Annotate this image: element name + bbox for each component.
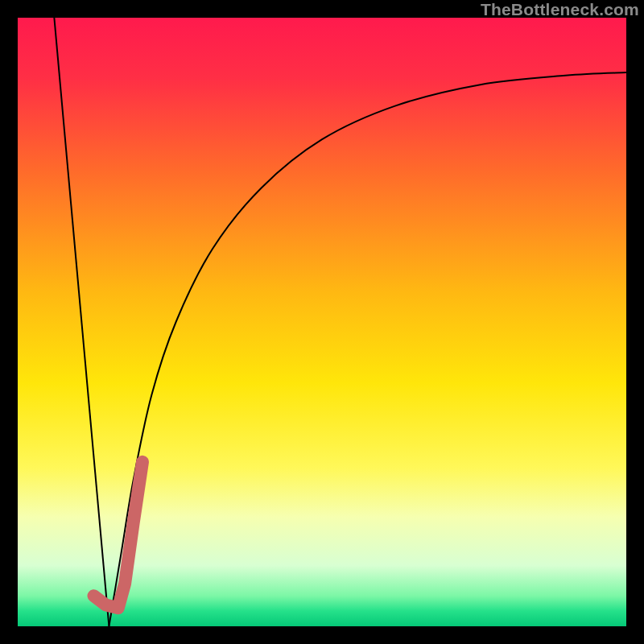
curve-main — [109, 72, 626, 626]
curves-layer — [18, 18, 626, 626]
plot-area — [18, 18, 626, 626]
watermark-text: TheBottleneck.com — [481, 0, 639, 19]
chart-frame: TheBottleneck.com — [0, 0, 644, 644]
curve-left-edge — [54, 18, 109, 626]
